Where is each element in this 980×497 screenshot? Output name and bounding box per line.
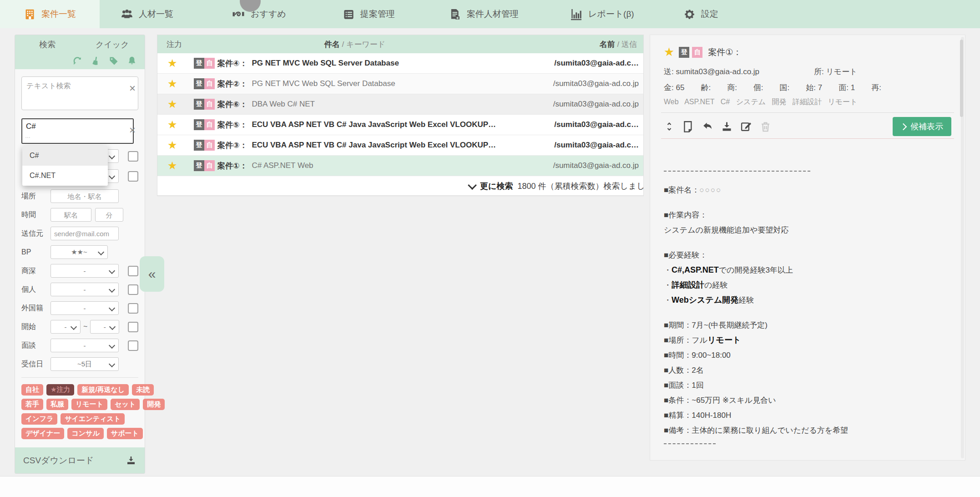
sort-updown-icon[interactable] (664, 120, 675, 133)
tag-consul[interactable]: コンサル (67, 428, 103, 439)
tag-wakate[interactable]: 若手 (21, 399, 43, 410)
star-icon[interactable]: ★ (167, 139, 194, 152)
filter-row-jushin: 受信日 ~5日 (21, 357, 138, 371)
table-row[interactable]: ★ 登 自 案件⑥： DBA Web C# NET /sumita03@gaia… (157, 94, 643, 115)
tag-midoku[interactable]: 未読 (132, 384, 154, 396)
trash-icon[interactable] (759, 121, 772, 133)
tab-proposal-mgmt[interactable]: 提案管理 (327, 0, 410, 28)
download-icon[interactable] (721, 121, 733, 133)
divider (661, 138, 954, 139)
tag-icon[interactable] (108, 56, 119, 66)
nav-tab-label: 案件一覧 (41, 8, 76, 20)
case-title: DBA Web C# NET (252, 100, 553, 109)
clear-icon[interactable]: × (129, 125, 136, 136)
star-icon[interactable]: ★ (167, 57, 194, 70)
sidebar-collapse-button[interactable]: « (140, 256, 164, 292)
shoshin-checkbox[interactable] (128, 266, 138, 276)
tag-set[interactable]: セット (111, 399, 140, 410)
doc-person-icon (449, 8, 461, 20)
tag-chuuryoku[interactable]: ★注力 (46, 384, 74, 396)
shoshin-select[interactable]: - (51, 264, 119, 278)
refresh-icon[interactable] (72, 56, 83, 66)
tag-shifuku[interactable]: 私服 (46, 399, 68, 410)
tab-recommend[interactable]: 110 おすすめ (216, 0, 302, 28)
search-more-button[interactable]: 更に検索 1800 件（累積検索数）検索しました (469, 181, 643, 192)
tab-personnel-list[interactable]: 人材一覧 (105, 0, 189, 28)
minutes-input[interactable] (95, 208, 123, 222)
suggestion-option[interactable]: C#.NET (22, 166, 108, 186)
filter-row-bp: BP ★★~ (21, 245, 138, 259)
broom-icon[interactable] (90, 56, 101, 66)
tab-case-personnel-mgmt[interactable]: 案件人材管理 (433, 0, 534, 28)
case-sender: /sumita03@gaia-ad.co.jp (553, 79, 643, 88)
tab-report[interactable]: レポート(β) (554, 0, 650, 28)
tag-kaihatsu[interactable]: 開発 (143, 399, 165, 410)
edit-icon[interactable] (740, 120, 753, 133)
tag-remote[interactable]: リモート (71, 399, 107, 410)
search-more-count: 1800 件（累積検索数）検索しました (517, 181, 643, 192)
own-badge: 自 (204, 160, 215, 171)
hidden-checkbox-1[interactable] (128, 151, 138, 162)
table-row[interactable]: ★ 登 自 案件④： PG NET MVC Web SQL Server Dat… (157, 53, 643, 74)
reply-icon[interactable] (701, 120, 714, 133)
detail-fact-rate: ■条件：~65万円 ※スキル見合い (664, 396, 951, 405)
jushin-select[interactable]: ~5日 (51, 357, 119, 371)
mendan-checkbox[interactable] (128, 340, 138, 351)
keyword-search-input[interactable] (21, 118, 134, 144)
star-icon[interactable]: ★ (167, 98, 194, 111)
star-icon[interactable]: ★ (167, 77, 194, 90)
table-row[interactable]: ★ 登 自 案件⑤： ECU VBA ASP NET VB C# Java Ja… (157, 115, 643, 135)
tag-designer[interactable]: デザイナー (21, 428, 64, 439)
star-icon[interactable]: ★ (167, 118, 194, 131)
sender-input[interactable] (51, 227, 119, 240)
table-footer: 更に検索 1800 件（累積検索数）検索しました (157, 176, 643, 196)
star-icon[interactable]: ★ (664, 45, 674, 59)
table-row[interactable]: ★ 登 自 案件③： ECU VBA ASP NET VB C# Java Ja… (157, 135, 643, 156)
gaikoku-checkbox[interactable] (128, 303, 138, 314)
page-icon[interactable] (682, 120, 694, 133)
sidebar-tab-quick[interactable]: クイック (80, 39, 145, 50)
text-search-input[interactable] (21, 76, 138, 110)
suggestion-option[interactable]: C# (22, 146, 108, 166)
kojin-select[interactable]: - (51, 283, 119, 296)
kaishi-from-select[interactable]: - (51, 320, 81, 334)
tag-shinki[interactable]: 新規/再送なし (77, 384, 129, 396)
table-row[interactable]: ★ 登 自 案件②： PG NET MVC Web SQL Server Dat… (157, 74, 643, 94)
gaikoku-select[interactable]: - (51, 301, 119, 315)
station-input[interactable] (51, 208, 91, 222)
clear-icon[interactable]: × (129, 83, 136, 94)
tab-settings[interactable]: 設定 (668, 0, 734, 28)
bp-select[interactable]: ★★~ (51, 245, 108, 259)
detail-fact-hours: ■時間：9:00~18:00 (664, 350, 951, 360)
kaishi-to-select[interactable]: - (90, 320, 119, 334)
table-row-selected[interactable]: ★ 登 自 案件①： C# ASP.NET Web /sumita03@gaia… (157, 156, 643, 176)
own-badge: 自 (204, 119, 215, 130)
place-value: リモート (826, 67, 857, 76)
tab-case-list[interactable]: 案件一覧 (0, 0, 100, 28)
scrollbar-thumb[interactable] (960, 40, 963, 117)
tag-infra[interactable]: インフラ (21, 413, 57, 425)
show-candidates-button[interactable]: 候補表示 (893, 117, 951, 136)
star-icon[interactable]: ★ (167, 159, 194, 172)
kojin-checkbox[interactable] (128, 284, 138, 295)
kaishi-checkbox[interactable] (128, 322, 138, 332)
case-title: PG NET MVC Web SQL Server Database (252, 79, 553, 88)
registered-badge: 登 (679, 47, 689, 58)
sidebar-header: 検索 クイック (15, 35, 145, 69)
col-subject: 件名 / キーワード (212, 39, 498, 50)
tag-support[interactable]: サポート (107, 428, 143, 439)
tag-scientist[interactable]: サイエンティスト (61, 413, 125, 425)
detail-scrollbar[interactable] (961, 37, 964, 458)
csv-download-button[interactable]: CSVダウンロード (15, 447, 145, 473)
detail-toolbar: 候補表示 (664, 115, 951, 138)
location-input[interactable] (51, 189, 119, 203)
tag-jisha[interactable]: 自社 (21, 384, 43, 396)
bell-icon[interactable] (126, 56, 137, 66)
mendan-select[interactable]: - (51, 339, 119, 352)
table-header: 注力 件名 / キーワード 名前 / 送信 (157, 35, 643, 53)
hidden-checkbox-2[interactable] (128, 171, 138, 182)
show-candidates-label: 候補表示 (910, 121, 943, 132)
people-icon (121, 8, 133, 20)
case-detail-panel: ★ 登 自 案件①： 送: sumita03@gaia-ad.co.jp 所: … (650, 35, 965, 461)
sidebar-tab-search[interactable]: 検索 (15, 39, 80, 50)
